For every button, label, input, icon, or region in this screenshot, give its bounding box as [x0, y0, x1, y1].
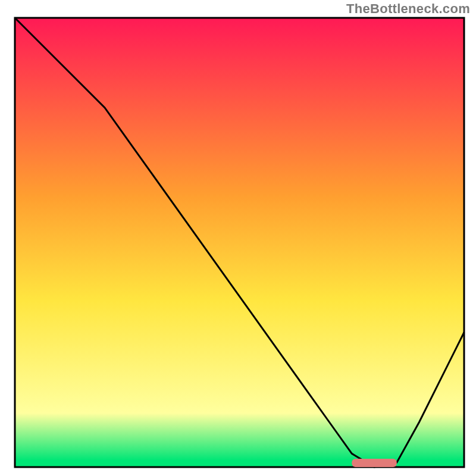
watermark-text: TheBottleneck.com	[346, 1, 470, 17]
chart-container: TheBottleneck.com	[0, 0, 476, 476]
bottleneck-chart	[0, 0, 476, 476]
optimal-range-marker	[352, 459, 397, 467]
